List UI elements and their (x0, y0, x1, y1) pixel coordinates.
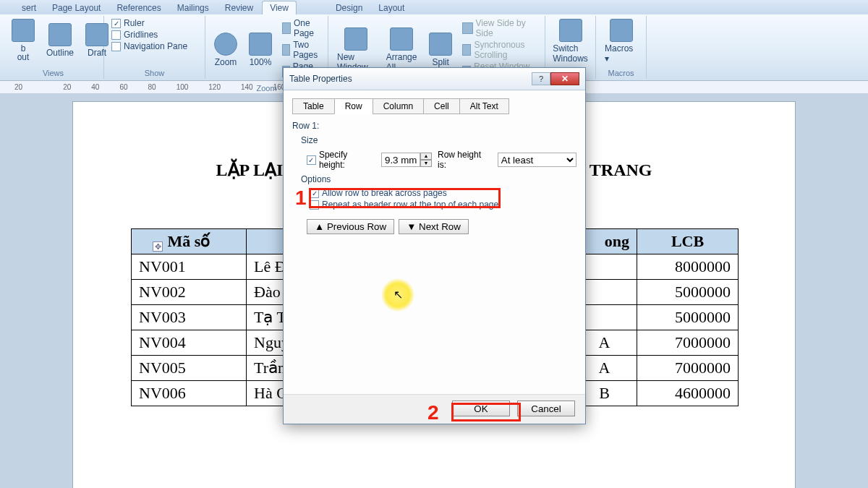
tab-layout[interactable]: Layout (371, 1, 412, 14)
one-page-button[interactable]: One Page (279, 17, 324, 39)
table-properties-dialog: Table Properties ? ✕ Table Row Column Ce… (283, 67, 586, 424)
row-height-is-label: Row height is: (438, 150, 492, 170)
row-indicator: Row 1: (292, 121, 576, 131)
cursor-icon: ↖ (393, 288, 403, 301)
tab-alttext[interactable]: Alt Text (459, 98, 509, 114)
navpane-checkbox[interactable]: Navigation Pane (109, 40, 200, 52)
macros-group-label: Macros (600, 67, 642, 77)
specify-height-checkbox[interactable]: ✓Specify height: (307, 150, 375, 170)
repeat-header-checkbox[interactable]: Repeat as header row at the top of each … (307, 199, 576, 210)
ribbon-tab-strip: sert Page Layout References Mailings Rev… (0, 0, 868, 14)
show-group-label: Show (109, 67, 200, 77)
outline-button[interactable]: Outline (42, 22, 78, 59)
th-id[interactable]: Mã số (132, 229, 247, 254)
previous-row-button[interactable]: ▲ Previous Row (307, 219, 394, 234)
zoom-button[interactable]: Zoom (210, 31, 242, 69)
tab-cell[interactable]: Cell (423, 98, 460, 114)
tab-page-layout[interactable]: Page Layout (45, 1, 108, 14)
tab-table[interactable]: Table (292, 98, 335, 114)
dialog-titlebar[interactable]: Table Properties ? ✕ (284, 68, 585, 90)
tab-review[interactable]: Review (218, 1, 260, 14)
tab-row[interactable]: Row (334, 98, 373, 114)
readmode-button[interactable]: bout (7, 17, 39, 64)
height-input[interactable] (381, 153, 420, 167)
two-pages-button[interactable]: Two Pages (279, 39, 324, 61)
help-button[interactable]: ? (532, 72, 550, 85)
macros-button[interactable]: Macros ▾ (600, 17, 642, 65)
options-label: Options (301, 174, 576, 184)
tab-insert[interactable]: sert (14, 1, 43, 14)
tab-references[interactable]: References (109, 1, 168, 14)
next-row-button[interactable]: ▼ Next Row (399, 219, 469, 234)
tab-view[interactable]: View (262, 1, 297, 14)
cancel-button[interactable]: Cancel (517, 401, 575, 416)
tab-mailings[interactable]: Mailings (170, 1, 216, 14)
split-button[interactable]: Split (425, 31, 456, 69)
ok-button[interactable]: OK (452, 401, 510, 416)
row-height-mode-select[interactable]: At least (498, 153, 576, 167)
annotation-number-1: 1 (295, 187, 307, 210)
views-group-label: Views (7, 67, 99, 77)
ruler-checkbox[interactable]: ✓Ruler (109, 17, 200, 29)
spin-up-icon[interactable]: ▲ (420, 153, 432, 160)
close-icon[interactable]: ✕ (550, 72, 579, 85)
annotation-number-2: 2 (427, 401, 439, 424)
size-label: Size (301, 135, 576, 145)
switch-windows-button[interactable]: Switch Windows ▾ (550, 17, 591, 75)
th-lcb[interactable]: LCB (637, 229, 739, 254)
spin-down-icon[interactable]: ▼ (420, 160, 432, 167)
table-move-handle-icon[interactable]: ✥ (153, 241, 163, 252)
tab-column[interactable]: Column (373, 98, 424, 114)
tab-design[interactable]: Design (328, 1, 370, 14)
dialog-title: Table Properties (289, 74, 352, 84)
zoom-100-button[interactable]: 100% (244, 31, 276, 69)
height-spinner[interactable]: ▲▼ (381, 153, 432, 167)
side-by-side-button[interactable]: View Side by Side (459, 17, 540, 39)
sync-scroll-button[interactable]: Synchronous Scrolling (459, 39, 540, 61)
gridlines-checkbox[interactable]: Gridlines (109, 29, 200, 40)
allow-break-checkbox[interactable]: ✓Allow row to break across pages (307, 187, 576, 199)
